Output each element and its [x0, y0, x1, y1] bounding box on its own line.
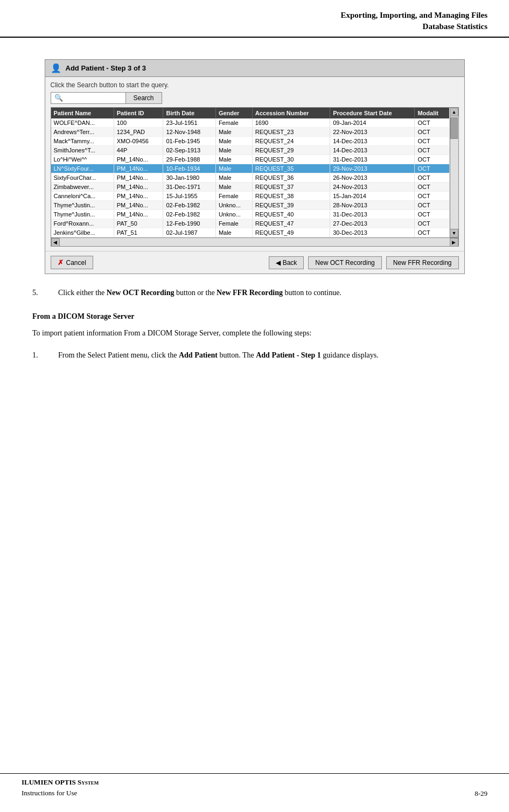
table-row[interactable]: Thyme^Justin...PM_14No...02-Feb-1982Unkn… — [51, 201, 450, 210]
table-cell: Ford^Roxann... — [51, 219, 114, 228]
step5-number: 5. — [32, 287, 47, 299]
step5-text-mid: button or the — [175, 289, 217, 297]
vertical-scrollbar[interactable]: ▲ ▼ — [450, 108, 458, 237]
table-cell: 29-Nov-2013 — [330, 164, 415, 173]
table-cell: 28-Nov-2013 — [330, 201, 415, 210]
horiz-scroll-right-arrow[interactable]: ▶ — [450, 238, 458, 247]
table-row[interactable]: WOLFE^DAN...10023-Jul-1951Female169009-J… — [51, 118, 450, 128]
table-cell: 02-Sep-1913 — [163, 146, 215, 155]
dialog-body: Click the Search button to start the que… — [45, 77, 464, 251]
dialog-title-text: Add Patient - Step 3 of 3 — [66, 64, 147, 72]
table-cell: 31-Dec-1971 — [163, 183, 215, 192]
table-row[interactable]: Canneloni^Ca...PM_14No...15-Jul-1955Fema… — [51, 192, 450, 201]
footer-brand: ILUMIEN OPTIS System — [22, 777, 99, 788]
table-row[interactable]: SixtyFourChar...PM_14No...30-Jan-1980Mal… — [51, 173, 450, 183]
table-cell: 09-Jan-2014 — [330, 118, 415, 128]
dialog-titlebar: 👤 Add Patient - Step 3 of 3 — [45, 60, 464, 77]
table-cell: 44P — [114, 146, 163, 155]
table-row[interactable]: Ford^Roxann...PAT_5012-Feb-1990FemaleREQ… — [51, 219, 450, 228]
table-row[interactable]: Mack^Tammy...XMO-0945601-Feb-1945MaleREQ… — [51, 137, 450, 146]
table-cell: 02-Feb-1982 — [163, 210, 215, 219]
table-cell: OCT — [415, 183, 449, 192]
table-cell: OCT — [415, 146, 449, 155]
page-header: Exporting, Importing, and Managing Files… — [0, 0, 509, 38]
step5-text-post: button to continue. — [283, 289, 341, 297]
col-modality: Modalit — [415, 108, 449, 118]
table-row[interactable]: Andrews^Terr...1234_PAD12-Nov-1948MaleRE… — [51, 128, 450, 137]
table-cell: 12-Nov-1948 — [163, 128, 215, 137]
table-cell: OCT — [415, 128, 449, 137]
scrollbar-track[interactable] — [450, 116, 458, 229]
cancel-button[interactable]: ✗ Cancel — [51, 256, 93, 269]
table-cell: LN^SixtyFour... — [51, 164, 114, 173]
table-cell: OCT — [415, 210, 449, 219]
table-cell: Andrews^Terr... — [51, 128, 114, 137]
search-button[interactable]: Search — [126, 92, 162, 104]
table-cell: 14-Dec-2013 — [330, 146, 415, 155]
table-cell: REQUEST_30 — [252, 155, 330, 164]
step1-text-pre: From the Select Patient menu, click the — [58, 351, 179, 359]
table-cell: PM_14No... — [114, 210, 163, 219]
scrollbar-up-arrow[interactable]: ▲ — [450, 108, 458, 116]
patient-table-wrapper: Patient Name Patient ID Birth Date Gende… — [51, 107, 459, 247]
table-row[interactable]: SmithJones^T...44P02-Sep-1913MaleREQUEST… — [51, 146, 450, 155]
table-cell: REQUEST_35 — [252, 164, 330, 173]
table-cell: 15-Jul-1955 — [163, 192, 215, 201]
table-cell: OCT — [415, 118, 449, 128]
new-ffr-button[interactable]: New FFR Recording — [386, 256, 459, 269]
table-cell: REQUEST_47 — [252, 219, 330, 228]
new-oct-button[interactable]: New OCT Recording — [308, 256, 381, 269]
step5-paragraph: 5. Click either the New OCT Recording bu… — [32, 287, 477, 299]
search-icon: 🔍 — [54, 94, 63, 102]
scrollbar-down-arrow[interactable]: ▼ — [450, 229, 458, 237]
header-sub-title: Database Statistics — [22, 21, 487, 32]
table-cell: Unkno... — [215, 201, 252, 210]
table-cell: 01-Feb-1945 — [163, 137, 215, 146]
table-cell: Female — [215, 219, 252, 228]
step5-text-pre: Click either the — [58, 289, 107, 297]
table-cell: REQUEST_37 — [252, 183, 330, 192]
search-input-wrapper: 🔍 — [51, 92, 126, 104]
step5-bold1: New OCT Recording — [107, 289, 175, 297]
col-accession: Accession Number — [252, 108, 330, 118]
table-cell: 15-Jan-2014 — [330, 192, 415, 201]
table-cell: 22-Nov-2013 — [330, 128, 415, 137]
table-cell: Male — [215, 164, 252, 173]
table-cell: REQUEST_39 — [252, 201, 330, 210]
table-cell: PM_14No... — [114, 164, 163, 173]
step1-text-post: guidance displays. — [321, 351, 379, 359]
table-cell: Jenkins^Gilbe... — [51, 228, 114, 237]
table-row[interactable]: Lo^Hi^Wei^^PM_14No...29-Feb-1988MaleREQU… — [51, 155, 450, 164]
table-row[interactable]: Zimbabwever...PM_14No...31-Dec-1971MaleR… — [51, 183, 450, 192]
table-header: Patient Name Patient ID Birth Date Gende… — [51, 108, 450, 118]
table-cell: Lo^Hi^Wei^^ — [51, 155, 114, 164]
back-button[interactable]: ◀ Back — [269, 256, 304, 269]
table-cell: Male — [215, 173, 252, 183]
table-cell: WOLFE^DAN... — [51, 118, 114, 128]
table-cell: PAT_51 — [114, 228, 163, 237]
table-cell: OCT — [415, 228, 449, 237]
table-cell: REQUEST_24 — [252, 137, 330, 146]
table-row[interactable]: LN^SixtyFour...PM_14No...10-Feb-1934Male… — [51, 164, 450, 173]
table-cell: SixtyFourChar... — [51, 173, 114, 183]
table-row[interactable]: Thyme^Justin...PM_14No...02-Feb-1982Unkn… — [51, 210, 450, 219]
table-cell: XMO-09456 — [114, 137, 163, 146]
table-cell: REQUEST_40 — [252, 210, 330, 219]
table-cell: 1690 — [252, 118, 330, 128]
table-cell: 30-Jan-1980 — [163, 173, 215, 183]
table-cell: PM_14No... — [114, 173, 163, 183]
table-cell: Canneloni^Ca... — [51, 192, 114, 201]
step5-bold2: New FFR Recording — [217, 289, 283, 297]
table-cell: REQUEST_49 — [252, 228, 330, 237]
scrollbar-thumb[interactable] — [450, 117, 458, 139]
step5-text: Click either the New OCT Recording butto… — [58, 287, 341, 299]
horiz-scroll-left-arrow[interactable]: ◀ — [51, 238, 60, 247]
table-body: WOLFE^DAN...10023-Jul-1951Female169009-J… — [51, 118, 450, 237]
table-row[interactable]: Jenkins^Gilbe...PAT_5102-Jul-1987MaleREQ… — [51, 228, 450, 237]
horiz-scroll-track[interactable] — [60, 238, 450, 246]
add-patient-dialog: 👤 Add Patient - Step 3 of 3 Click the Se… — [45, 59, 465, 274]
table-cell: Female — [215, 192, 252, 201]
horizontal-scrollbar[interactable]: ◀ ▶ — [51, 237, 458, 246]
table-cell: 31-Dec-2013 — [330, 155, 415, 164]
footer-page-number: 8-29 — [475, 789, 487, 798]
